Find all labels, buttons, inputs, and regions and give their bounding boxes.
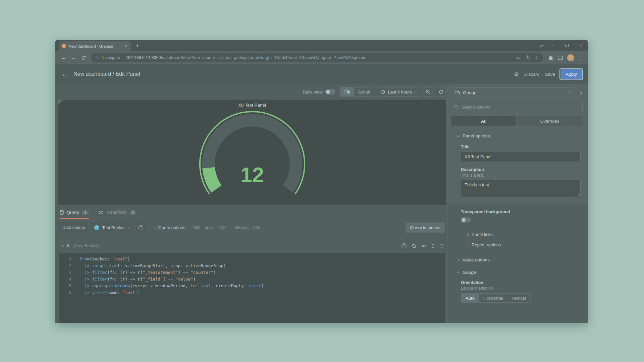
query-inspector-button[interactable]: Query inspector: [406, 223, 445, 233]
query-count-badge: 1: [82, 210, 89, 215]
orientation-option-vertical[interactable]: Vertical: [507, 294, 530, 302]
collapse-chevron-icon[interactable]: [61, 244, 64, 246]
datasource-picker[interactable]: Test Bucket: [91, 222, 132, 233]
options-sidebar: Gauge All Overrides: [447, 84, 588, 323]
profile-avatar[interactable]: [567, 54, 574, 61]
orientation-option-auto[interactable]: Auto: [461, 294, 479, 302]
description-field-label: Description: [461, 167, 581, 172]
not-secure-warning-icon[interactable]: ⚠: [95, 55, 99, 60]
help-icon: ?: [138, 225, 143, 230]
gauge-value: 12: [240, 163, 264, 186]
address-bar[interactable]: ⚠ No seguro 192.168.0.14:3000/dashboard/…: [91, 53, 543, 62]
info-icon: i: [59, 100, 60, 103]
visualization-picker[interactable]: Gauge: [451, 87, 574, 98]
share-icon[interactable]: [525, 55, 530, 60]
password-key-icon[interactable]: [516, 55, 521, 60]
query-section: Query 1 Transform 0 Data source: [58, 205, 446, 323]
zoom-out-button[interactable]: [423, 87, 433, 97]
browser-menu-kebab-icon[interactable]: ⋮: [579, 55, 583, 60]
fill-actual-group: Fill Actual: [340, 87, 375, 97]
transform-count-badge: 0: [129, 210, 136, 215]
side-panel-icon[interactable]: [558, 56, 563, 60]
new-tab-button[interactable]: +: [133, 42, 142, 50]
maximize-icon: [566, 44, 569, 47]
browser-back-button[interactable]: ←: [59, 53, 68, 62]
duplicate-query-icon[interactable]: [412, 244, 416, 248]
collapse-options-pane-button[interactable]: [578, 89, 583, 96]
disable-query-eye-icon[interactable]: [421, 244, 426, 247]
query-options-toggle[interactable]: Query options: [153, 225, 185, 230]
chevron-down-icon: [127, 226, 130, 228]
chevron-right-icon: [457, 258, 459, 261]
window-minimize-button[interactable]: –: [546, 40, 560, 51]
bookmark-star-icon[interactable]: ☆: [534, 55, 539, 60]
gauge-value-arc: [209, 168, 216, 189]
drag-handle-icon[interactable]: [440, 244, 443, 248]
title-field-label: Title: [461, 144, 581, 149]
tab-transform[interactable]: Transform 0: [98, 210, 137, 219]
panel-edit-area: Table view Fill Actual Last 6 hours: [55, 84, 447, 323]
actual-option[interactable]: Actual: [354, 87, 374, 96]
panel-links-section[interactable]: Panel links: [451, 232, 583, 237]
apply-button[interactable]: Apply: [560, 69, 582, 79]
window-close-button[interactable]: ×: [574, 40, 588, 51]
query-transform-tabs: Query 1 Transform 0: [58, 205, 446, 219]
save-button[interactable]: Save: [545, 72, 555, 77]
panel-info-corner[interactable]: [58, 100, 64, 105]
chevron-right-icon: [579, 92, 582, 95]
editor-back-button[interactable]: ←: [61, 70, 68, 78]
extensions-puzzle-icon[interactable]: [548, 55, 553, 60]
transparent-background-toggle[interactable]: [461, 217, 471, 223]
datasource-logo-icon: [94, 225, 99, 230]
options-search-input[interactable]: [461, 105, 579, 110]
repeat-options-label: Repeat options: [472, 242, 501, 247]
reload-button[interactable]: [79, 53, 88, 62]
panel-options-label: Panel options: [463, 133, 490, 138]
grafana-favicon-icon: [62, 44, 66, 48]
query-ref-id: A: [66, 243, 69, 248]
datasource-row: Data source Test Bucket ? Query options …: [58, 222, 446, 233]
value-options-section-header[interactable]: Value options: [451, 257, 583, 262]
gauge-section-header[interactable]: Gauge: [451, 270, 583, 275]
query-options-label: Query options: [158, 225, 185, 230]
orientation-option-horizontal[interactable]: Horizontal: [479, 294, 507, 302]
table-view-toggle[interactable]: [325, 89, 335, 95]
flux-query-editor[interactable]: 123456 from(bucket: "test") |> range(sta…: [59, 253, 445, 323]
window-maximize-button[interactable]: [560, 40, 574, 51]
tab-all[interactable]: All: [451, 116, 517, 126]
fill-option[interactable]: Fill: [340, 87, 354, 96]
search-icon: [454, 105, 459, 109]
options-filter-tabs: All Overrides: [451, 116, 583, 126]
grafana-app: ← New dashboard / Edit Panel ⚙ Discard S…: [55, 64, 588, 323]
orientation-helper: Layout orientation: [461, 286, 581, 291]
browser-tab[interactable]: New dashboard - Grafana ×: [59, 41, 131, 51]
panel-description-textarea[interactable]: This is a test.: [461, 180, 581, 197]
browser-toolbar: ← → ⚠ No seguro 192.168.0.14:3000/dashbo…: [55, 51, 588, 64]
datasource-help-button[interactable]: ?: [136, 222, 146, 233]
query-row-header[interactable]: A (Test Bucket) ?: [58, 241, 446, 250]
repeat-options-section[interactable]: Repeat options: [451, 242, 583, 247]
gauge-viz-icon: [454, 90, 460, 95]
tab-overrides[interactable]: Overrides: [517, 116, 583, 126]
chevron-right-icon: [466, 233, 469, 236]
discard-button[interactable]: Discard: [524, 72, 540, 77]
options-search-box: [451, 102, 583, 112]
chevron-down-icon: [415, 90, 417, 93]
gauge-chart: 12: [196, 108, 309, 198]
chevron-down-icon: [457, 134, 460, 137]
editor-header: ← New dashboard / Edit Panel ⚙ Discard S…: [55, 64, 588, 84]
browser-forward-button[interactable]: →: [69, 53, 78, 62]
delete-query-trash-icon[interactable]: [431, 244, 435, 248]
code-lines: from(bucket: "test") |> range(start: v.t…: [76, 253, 264, 323]
panel-title-input[interactable]: [461, 151, 581, 162]
refresh-button[interactable]: [436, 87, 446, 97]
tab-close-icon[interactable]: ×: [124, 44, 128, 49]
query-help-icon[interactable]: ?: [401, 243, 407, 248]
panel-links-label: Panel links: [472, 232, 493, 237]
browser-window: New dashboard - Grafana × + – × ← → ⚠ No…: [55, 40, 588, 323]
dashboard-settings-gear-icon[interactable]: ⚙: [514, 71, 519, 77]
tab-query[interactable]: Query 1: [60, 210, 89, 219]
panel-options-section-header[interactable]: Panel options: [451, 133, 583, 138]
time-range-picker[interactable]: Last 6 hours: [377, 87, 420, 97]
tab-search-chevron-icon[interactable]: [540, 43, 543, 47]
